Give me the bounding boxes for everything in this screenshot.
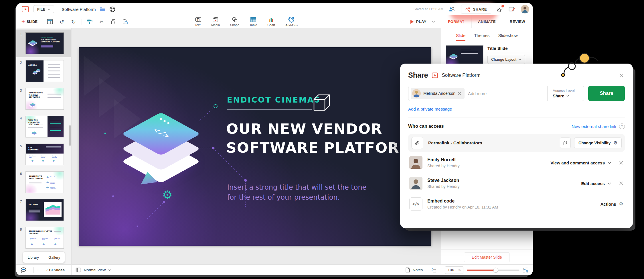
recipient-chip[interactable]: Melinda Anderson xyxy=(411,88,465,99)
collaborators-icon[interactable] xyxy=(449,6,456,12)
access-dropdown[interactable]: View and comment access xyxy=(550,160,611,165)
undo-icon[interactable]: ↺ xyxy=(58,19,66,25)
slide-thumbnail-3[interactable]: 3 Introducing the new software xyxy=(16,85,71,113)
shape-tool[interactable]: Shape xyxy=(230,17,239,27)
share-button[interactable]: SHARE xyxy=(461,5,491,14)
chevron-down-icon xyxy=(432,21,435,23)
user-avatar[interactable] xyxy=(521,5,529,13)
current-slide-field[interactable]: 1 xyxy=(33,267,42,273)
remove-recipient-icon[interactable] xyxy=(458,92,461,95)
slide-thumbnail-5[interactable]: 5 Key Features Cloud based feed Resource… xyxy=(16,141,71,168)
globe-icon[interactable] xyxy=(109,6,115,12)
add-more-input[interactable] xyxy=(465,91,547,96)
chart-icon xyxy=(268,17,274,23)
comments-icon[interactable] xyxy=(20,267,27,273)
library-button[interactable]: Library xyxy=(23,255,44,260)
slide-canvas[interactable]: </> ⚙ ENDICOT CINEMAS OUR NEW VENDOR SO xyxy=(79,47,431,246)
folder-icon[interactable] xyxy=(100,7,105,12)
announcements-icon[interactable] xyxy=(496,6,503,13)
svg-text:T: T xyxy=(197,18,199,21)
brand-underline xyxy=(227,109,312,110)
table-icon xyxy=(250,17,256,23)
link-icon[interactable] xyxy=(411,137,423,149)
feedback-icon[interactable] xyxy=(509,6,515,12)
change-visibility-button[interactable]: Change Visibility ⚙ xyxy=(574,137,622,148)
close-icon[interactable] xyxy=(618,72,625,79)
access-dropdown[interactable]: Edit access xyxy=(581,181,611,186)
embed-code-icon: </> xyxy=(409,197,422,211)
new-external-share-link[interactable]: New external share link xyxy=(572,124,616,129)
play-icon xyxy=(410,20,414,24)
zoom-slider[interactable] xyxy=(467,270,519,271)
remove-access-icon[interactable] xyxy=(619,161,623,165)
editor-canvas[interactable]: </> ⚙ ENDICOT CINEMAS OUR NEW VENDOR SO xyxy=(72,28,441,264)
zoom-value-field[interactable]: % xyxy=(445,266,463,274)
chevron-down-icon xyxy=(108,269,111,271)
slide-thumbnail-2[interactable]: 2 AGENDA xyxy=(16,57,71,85)
help-icon[interactable]: ? xyxy=(619,123,625,129)
share-dialog: Share Software Platform Melinda Anderson xyxy=(400,64,633,228)
gear-icon: ⚙ xyxy=(619,202,623,206)
avatar xyxy=(412,89,421,98)
copy-icon[interactable] xyxy=(110,19,117,25)
zoom-slider-knob[interactable] xyxy=(493,268,498,272)
play-button[interactable]: PLAY xyxy=(405,15,441,28)
insert-tools: T Text Media Shape Table xyxy=(194,15,298,28)
snap-grid-icon[interactable] xyxy=(431,267,437,273)
slide-subtitle[interactable]: Insert a strong title that will set the … xyxy=(227,182,366,203)
paste-icon[interactable] xyxy=(121,19,129,25)
gallery-button[interactable]: Gallery xyxy=(44,255,65,260)
tab-review[interactable]: REVIEW xyxy=(502,15,533,28)
access-row-emily: Emily Horrell Shared by Hendry View and … xyxy=(408,153,625,172)
access-row-steve: Steve Jackson Shared by Hendry Edit acce… xyxy=(408,174,625,193)
slide-thumbnail-4[interactable]: 4 Why the change in software xyxy=(16,113,71,141)
text-tool[interactable]: T Text xyxy=(194,17,201,27)
slide-brand-text[interactable]: ENDICOT CINEMAS xyxy=(227,95,321,104)
slide-thumbnail-7[interactable]: 7 Key Data xyxy=(16,196,71,224)
table-tool[interactable]: Table xyxy=(250,17,257,27)
private-message-link[interactable]: Add a private message xyxy=(408,107,452,111)
dialog-document-name: Software Platform xyxy=(442,72,480,78)
slide-layout-icon[interactable] xyxy=(46,19,54,24)
zoom-input[interactable] xyxy=(448,268,456,272)
redo-icon[interactable]: ↻ xyxy=(70,19,77,25)
access-level-dropdown[interactable]: Access Level Share xyxy=(547,86,584,101)
panel-tab-slideshow[interactable]: Slideshow xyxy=(498,33,518,41)
slide-thumbnail-1[interactable]: 1 ENDICOT CINEMAS OUR NEW VENDOR SOFTWAR… xyxy=(16,30,71,57)
slide-title[interactable]: OUR NEW VENDOR SOFTWARE PLATFORM xyxy=(226,119,414,157)
gear-doodle-icon: ⚙ xyxy=(162,188,173,201)
media-tool[interactable]: Media xyxy=(211,17,220,27)
chart-tool[interactable]: Chart xyxy=(267,17,275,27)
share-icon xyxy=(465,7,471,12)
app-logo-icon[interactable] xyxy=(21,5,29,13)
share-submit-button[interactable]: Share xyxy=(588,86,625,101)
recipient-input-box[interactable]: Melinda Anderson Access Level Share xyxy=(408,86,584,101)
avatar xyxy=(409,177,422,190)
embed-actions-button[interactable]: Actions ⚙ xyxy=(600,202,623,207)
panel-tab-slide[interactable]: Slide xyxy=(456,33,465,41)
remove-access-icon[interactable] xyxy=(619,181,623,185)
notes-toggle[interactable]: Notes xyxy=(405,267,423,273)
change-layout-button[interactable]: Change Layout xyxy=(487,55,525,64)
addons-tool[interactable]: Add-Ons xyxy=(285,17,298,27)
cut-icon[interactable]: ✂ xyxy=(98,19,105,25)
view-mode-selector[interactable]: Normal View xyxy=(76,268,111,272)
fit-to-screen-icon[interactable] xyxy=(523,267,529,273)
format-painter-icon[interactable] xyxy=(86,19,94,25)
chevron-down-icon xyxy=(48,8,50,10)
file-menu-button[interactable]: FILE xyxy=(33,5,54,13)
add-slide-button[interactable]: + SLIDE xyxy=(21,19,37,25)
panel-tab-themes[interactable]: Themes xyxy=(474,33,489,41)
decoration-glasses xyxy=(558,47,602,81)
thumbnail-scrollbar[interactable] xyxy=(69,125,71,146)
copy-link-icon[interactable] xyxy=(560,137,571,148)
document-title[interactable]: Software Platform xyxy=(62,7,96,12)
slide-count: / 19 Slides xyxy=(46,268,65,272)
puzzle-icon xyxy=(288,17,295,23)
notification-dot xyxy=(501,5,504,7)
document-icon xyxy=(432,72,438,78)
gear-icon: ⚙ xyxy=(613,141,617,145)
edit-master-slide-button[interactable]: Edit Master Slide xyxy=(464,252,510,262)
slide-thumbnail-6[interactable]: 6 Benefits to the company Reduced cost I… xyxy=(16,168,71,196)
slide-thumbnail-8[interactable]: 8 Scheduled employee training Monday Oct… xyxy=(16,224,71,252)
